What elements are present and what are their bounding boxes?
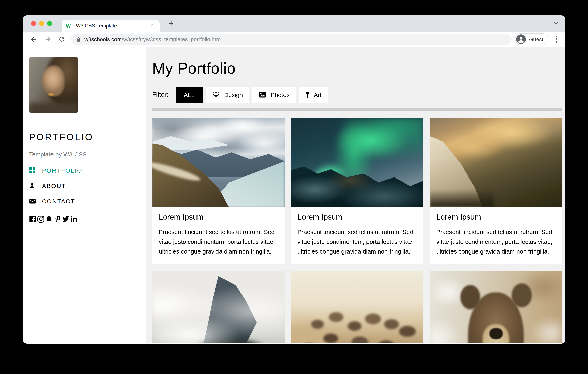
social-links xyxy=(29,215,139,223)
browser-window: W3 W3.CSS Template ✕ + w3schools.com/w3 xyxy=(23,15,565,344)
browser-toolbar: w3schools.com/w3css/tryw3css_templates_p… xyxy=(23,32,565,47)
sidebar-item-contact[interactable]: CONTACT xyxy=(29,193,139,209)
sidebar-subheading: Template by W3.CSS xyxy=(29,151,139,158)
card-text: Praesent tincidunt sed tellus ut rutrum.… xyxy=(436,227,556,256)
tab-close-icon[interactable]: ✕ xyxy=(149,22,156,29)
facebook-icon[interactable] xyxy=(29,215,36,223)
profile-photo xyxy=(29,57,78,113)
golden-mountains-image xyxy=(430,119,562,208)
main-content: My Portfolio Filter: ALL Design xyxy=(146,47,565,343)
w3css-favicon: W3 xyxy=(66,23,73,29)
card-title: Lorem Ipsum xyxy=(436,213,556,221)
portfolio-card: Lorem Ipsum Praesent tincidunt sed tellu… xyxy=(430,119,562,264)
portfolio-grid: Lorem Ipsum Praesent tincidunt sed tellu… xyxy=(152,119,562,343)
filter-bar: Filter: ALL Design Photos xyxy=(152,87,562,103)
snapchat-icon[interactable] xyxy=(45,215,53,223)
portfolio-card: Lorem Ipsum Praesent tincidunt sed tellu… xyxy=(291,119,423,264)
new-tab-button[interactable]: + xyxy=(165,17,177,30)
menu-kebab-icon[interactable] xyxy=(552,36,561,43)
tab-search-chevron-icon[interactable] xyxy=(553,20,559,27)
filter-label: Filter: xyxy=(152,91,168,98)
pinterest-icon[interactable] xyxy=(54,215,61,223)
sidebar-item-label: PORTFOLIO xyxy=(42,167,82,174)
map-pin-icon xyxy=(306,91,309,98)
forward-button[interactable] xyxy=(42,33,53,45)
filter-button-photos[interactable]: Photos xyxy=(252,87,296,102)
bear-image xyxy=(430,271,562,343)
back-button[interactable] xyxy=(28,33,39,45)
sidebar-heading: PORTFOLIO xyxy=(29,132,139,143)
fjord-landscape-image xyxy=(152,119,284,208)
screen: W3 W3.CSS Template ✕ + w3schools.com/w3 xyxy=(0,0,588,374)
grid-icon xyxy=(29,167,36,174)
avatar xyxy=(516,34,526,44)
sidebar-menu: PORTFOLIO ABOUT CONTACT xyxy=(29,163,139,209)
portfolio-card xyxy=(291,271,423,343)
reload-button[interactable] xyxy=(56,33,67,45)
zoom-window-button[interactable] xyxy=(47,21,52,26)
linkedin-icon[interactable] xyxy=(70,215,78,223)
portfolio-card xyxy=(430,271,562,343)
url-text: w3schools.com/w3css/tryw3css_templates_p… xyxy=(84,36,221,42)
aurora-image xyxy=(291,119,423,208)
lock-icon xyxy=(76,37,81,42)
minimize-window-button[interactable] xyxy=(39,21,44,26)
portfolio-card: Lorem Ipsum Praesent tincidunt sed tellu… xyxy=(152,119,284,264)
foggy-mountain-image xyxy=(152,271,284,343)
card-title: Lorem Ipsum xyxy=(297,213,417,221)
sidebar-item-about[interactable]: ABOUT xyxy=(29,178,139,193)
close-window-button[interactable] xyxy=(31,21,36,26)
page-title: My Portfolio xyxy=(152,59,562,77)
tab-title: W3.CSS Template xyxy=(76,23,148,29)
coffee-beans-image xyxy=(291,271,423,343)
sidebar-item-portfolio[interactable]: PORTFOLIO xyxy=(29,163,139,178)
profile-label: Guest xyxy=(529,36,543,42)
filter-button-art[interactable]: Art xyxy=(299,87,328,102)
portfolio-card xyxy=(152,271,284,343)
sidebar: PORTFOLIO Template by W3.CSS PORTFOLIO A… xyxy=(23,47,146,343)
filter-button-all[interactable]: ALL xyxy=(176,87,202,102)
diamond-icon xyxy=(212,91,220,98)
page-body: PORTFOLIO Template by W3.CSS PORTFOLIO A… xyxy=(23,47,565,343)
tab-bar: W3 W3.CSS Template ✕ + xyxy=(23,15,565,32)
sidebar-item-label: CONTACT xyxy=(42,198,75,204)
profile-button[interactable]: Guest xyxy=(515,33,548,45)
twitter-icon[interactable] xyxy=(62,215,69,223)
card-text: Praesent tincidunt sed tellus ut rutrum.… xyxy=(297,227,417,256)
browser-tab[interactable]: W3 W3.CSS Template ✕ xyxy=(62,20,159,32)
window-controls xyxy=(31,21,52,26)
card-title: Lorem Ipsum xyxy=(159,213,278,221)
image-icon xyxy=(259,91,266,98)
card-text: Praesent tincidunt sed tellus ut rutrum.… xyxy=(159,227,278,256)
user-icon xyxy=(29,183,36,189)
sidebar-item-label: ABOUT xyxy=(42,182,66,189)
address-bar[interactable]: w3schools.com/w3css/tryw3css_templates_p… xyxy=(71,33,512,45)
instagram-icon[interactable] xyxy=(37,215,44,223)
filter-button-design[interactable]: Design xyxy=(206,87,249,102)
divider-bar xyxy=(152,108,562,111)
envelope-icon xyxy=(29,198,36,204)
